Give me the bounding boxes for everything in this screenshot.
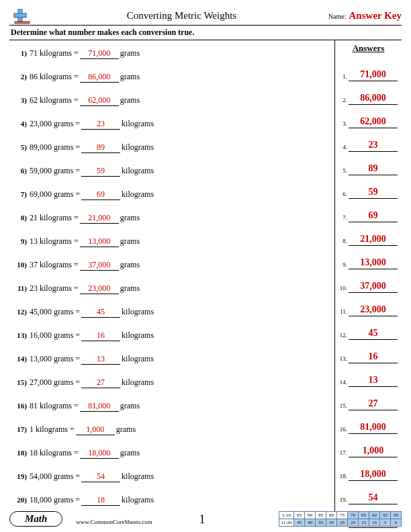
problem-body: 89,000 grams =89kilograms bbox=[30, 142, 154, 153]
problem-right: grams bbox=[120, 48, 140, 58]
score-cell: 95 bbox=[294, 512, 305, 519]
answer-number: 14. bbox=[339, 379, 349, 387]
answer-number: 19. bbox=[339, 496, 349, 504]
problem-row: 4)23,000 grams =23kilograms bbox=[13, 114, 330, 137]
score-cell: 85 bbox=[316, 512, 326, 519]
problem-blank: 23 bbox=[81, 119, 120, 130]
problem-row: 12)45,000 grams =45kilograms bbox=[13, 302, 330, 325]
answer-value: 23 bbox=[349, 140, 398, 152]
answer-row: 6.59 bbox=[339, 175, 398, 199]
problem-blank: 37,000 bbox=[80, 260, 119, 271]
problem-number: 19) bbox=[13, 472, 30, 480]
problem-left: 59,000 grams = bbox=[30, 166, 80, 176]
problem-row: 15)27,000 grams =27kilograms bbox=[13, 372, 330, 396]
problem-row: 1)71 kilograms =71,000grams bbox=[13, 43, 330, 66]
problem-number: 13) bbox=[13, 331, 30, 339]
problem-right: grams bbox=[120, 95, 140, 105]
answer-row: 8.21,000 bbox=[339, 222, 398, 246]
score-cell: 55 bbox=[380, 512, 391, 519]
problem-left: 23,000 grams = bbox=[30, 119, 80, 129]
answer-row: 9.13,000 bbox=[339, 246, 398, 269]
problem-right: grams bbox=[120, 283, 140, 294]
answer-row: 11.23,000 bbox=[339, 293, 398, 316]
problem-right: kilograms bbox=[122, 307, 154, 317]
score-row-label: 11-20 bbox=[279, 519, 294, 527]
problem-left: 71 kilograms = bbox=[30, 48, 79, 58]
answer-value: 62,000 bbox=[349, 116, 398, 128]
header: Converting Metric Weights Name: Answer K… bbox=[9, 7, 402, 26]
problem-row: 8)21 kilograms =21,000grams bbox=[13, 208, 330, 231]
problem-left: 86 kilograms = bbox=[30, 72, 79, 82]
answer-value: 54 bbox=[349, 492, 398, 504]
answer-row: 19.54 bbox=[339, 481, 398, 504]
problem-right: kilograms bbox=[122, 166, 154, 176]
problem-left: 13 kilograms = bbox=[30, 236, 79, 247]
problem-body: 18,000 grams =18kilograms bbox=[30, 495, 154, 506]
answer-number: 15. bbox=[339, 402, 349, 410]
problem-body: 23,000 grams =23kilograms bbox=[30, 119, 154, 130]
problem-blank: 45 bbox=[81, 307, 120, 318]
answer-number: 6. bbox=[339, 191, 349, 199]
problem-left: 13,000 grams = bbox=[30, 354, 80, 364]
answer-value: 1,000 bbox=[349, 445, 398, 457]
problem-right: kilograms bbox=[122, 330, 154, 341]
problem-blank: 18 bbox=[81, 495, 120, 506]
answers-list: 1.71,0002.86,0003.62,0004.235.896.597.69… bbox=[339, 58, 398, 528]
problem-number: 11) bbox=[13, 284, 30, 292]
problem-body: 62 kilograms =62,000grams bbox=[30, 95, 140, 106]
answer-row: 17.1,000 bbox=[339, 434, 398, 457]
score-cell: 50 bbox=[391, 512, 402, 519]
problem-blank: 81,000 bbox=[80, 401, 119, 412]
worksheet-page: Converting Metric Weights Name: Answer K… bbox=[0, 0, 411, 532]
problem-left: 1 kilograms = bbox=[30, 425, 75, 435]
score-cell: 75 bbox=[337, 512, 348, 519]
problem-left: 54,000 grams = bbox=[30, 472, 80, 482]
problem-left: 89,000 grams = bbox=[30, 142, 80, 152]
answer-row: 5.89 bbox=[339, 152, 398, 175]
answer-number: 11. bbox=[339, 308, 349, 316]
score-cell: 10 bbox=[369, 519, 380, 527]
problem-number: 7) bbox=[13, 190, 30, 198]
problem-left: 18,000 grams = bbox=[30, 495, 80, 505]
problem-left: 62 kilograms = bbox=[30, 95, 79, 105]
answer-row: 14.13 bbox=[339, 363, 398, 387]
answer-number: 18. bbox=[339, 473, 349, 481]
problem-left: 81 kilograms = bbox=[30, 401, 79, 411]
problem-blank: 27 bbox=[81, 378, 120, 388]
problem-right: kilograms bbox=[122, 472, 154, 482]
answer-number: 3. bbox=[339, 120, 349, 128]
score-cell: 5 bbox=[380, 519, 391, 527]
problem-blank: 71,000 bbox=[80, 48, 119, 59]
problem-number: 14) bbox=[13, 355, 30, 363]
page-number: 1 bbox=[126, 513, 279, 527]
problem-number: 20) bbox=[13, 496, 30, 504]
problem-right: grams bbox=[120, 448, 140, 458]
problem-left: 23 kilograms = bbox=[30, 283, 79, 294]
problem-blank: 54 bbox=[81, 472, 120, 482]
problem-right: grams bbox=[120, 213, 140, 223]
problem-body: 1 kilograms =1,000grams bbox=[30, 425, 136, 435]
score-grid: 1-109590858075706560555011-2045403530252… bbox=[279, 511, 402, 527]
problem-right: kilograms bbox=[122, 495, 154, 505]
problem-body: 86 kilograms =86,000grams bbox=[30, 72, 140, 83]
answer-number: 2. bbox=[339, 97, 349, 105]
answer-value: 13,000 bbox=[349, 257, 398, 269]
problem-body: 13 kilograms =13,000grams bbox=[30, 236, 140, 247]
problem-body: 59,000 grams =59kilograms bbox=[30, 166, 154, 177]
answer-row: 10.37,000 bbox=[339, 269, 398, 293]
answer-value: 45 bbox=[349, 328, 398, 340]
problem-number: 6) bbox=[13, 167, 30, 175]
problem-right: grams bbox=[116, 425, 136, 435]
answer-value: 13 bbox=[349, 375, 398, 387]
answer-row: 2.86,000 bbox=[339, 81, 398, 105]
problem-row: 18)18 kilograms =18,000grams bbox=[13, 443, 330, 466]
answer-number: 8. bbox=[339, 238, 349, 246]
answers-column: Answers 1.71,0002.86,0003.62,0004.235.89… bbox=[334, 40, 402, 512]
answer-value: 69 bbox=[349, 210, 398, 222]
problem-row: 17)1 kilograms =1,000grams bbox=[13, 419, 330, 443]
problem-number: 16) bbox=[13, 402, 30, 410]
answer-number: 9. bbox=[339, 261, 349, 269]
problem-row: 10)37 kilograms =37,000grams bbox=[13, 255, 330, 278]
score-cell: 60 bbox=[369, 512, 380, 519]
answer-row: 3.62,000 bbox=[339, 105, 398, 128]
